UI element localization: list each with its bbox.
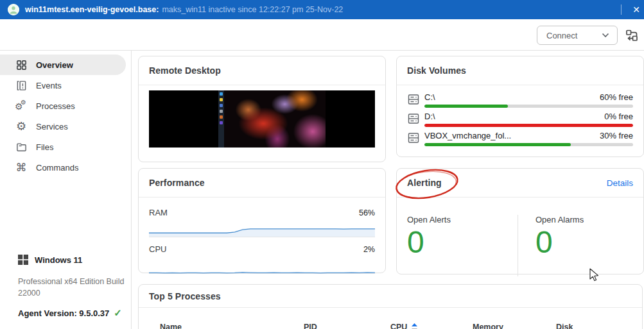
volume-free-label: 0% free bbox=[604, 112, 633, 121]
gear-icon: ⚙ bbox=[15, 120, 28, 133]
toolbar: Connect bbox=[0, 19, 644, 51]
sidebar-item-processes[interactable]: ⚙ ⚙ Processes bbox=[0, 96, 131, 116]
os-name: Windows 11 bbox=[35, 255, 82, 265]
volume-free-label: 30% free bbox=[600, 131, 633, 140]
agent-version: Agent Version: 9.5.0.37 bbox=[18, 308, 109, 318]
titlebar: win11mtest.een-veilig-gevoel.base: maks_… bbox=[0, 0, 644, 19]
check-icon: ✓ bbox=[114, 307, 122, 319]
disk-drive-icon bbox=[407, 93, 420, 106]
remote-takeover-icon[interactable] bbox=[624, 28, 640, 43]
card-title: Disk Volumes bbox=[407, 65, 466, 76]
volume-free-label: 60% free bbox=[600, 92, 633, 102]
desktop-screenshot bbox=[218, 90, 326, 148]
process-table-header: Name PID CPU Memory Disk bbox=[139, 323, 642, 329]
folder-icon bbox=[15, 140, 28, 153]
connect-label: Connect bbox=[546, 31, 602, 40]
card-title: Alerting bbox=[407, 178, 442, 188]
cpu-sparkline-chart bbox=[149, 258, 375, 274]
ram-value: 56% bbox=[359, 208, 375, 217]
sidebar-item-label: Processes bbox=[36, 101, 75, 111]
card-title: Remote Desktop bbox=[149, 65, 221, 76]
volume-usage-bar bbox=[424, 124, 633, 127]
device-avatar-icon bbox=[8, 4, 19, 15]
open-alerts-count: 0 bbox=[407, 227, 518, 258]
sidebar-item-files[interactable]: Files bbox=[0, 137, 131, 157]
close-icon[interactable]: ✕ bbox=[629, 3, 643, 17]
event-log-icon bbox=[15, 79, 28, 92]
remote-desktop-thumbnail[interactable] bbox=[149, 90, 375, 148]
disk-drive-icon bbox=[407, 131, 420, 144]
open-alerts-label: Open Alerts bbox=[407, 215, 518, 224]
sidebar-item-services[interactable]: ⚙ Services bbox=[0, 116, 131, 137]
volume-name: C:\ bbox=[424, 92, 600, 102]
open-alarms-label: Open Alarms bbox=[535, 215, 643, 224]
ram-sparkline-chart bbox=[149, 222, 375, 237]
volume-usage-bar bbox=[424, 105, 633, 108]
card-title: Performance bbox=[149, 178, 205, 188]
disk-volume-row: C:\ 60% free bbox=[407, 92, 633, 108]
sidebar-item-commands[interactable]: ⌘ Commands bbox=[0, 157, 131, 178]
disk-volumes-card: Disk Volumes C:\ 60% free bbox=[396, 56, 644, 157]
remote-desktop-card: Remote Desktop bbox=[138, 56, 386, 162]
ram-label: RAM bbox=[149, 208, 359, 217]
sidebar-item-label: Services bbox=[36, 122, 68, 131]
cpu-label: CPU bbox=[149, 244, 363, 254]
column-name[interactable]: Name bbox=[160, 323, 182, 329]
disk-volume-row: VBOX_vmchange_fol... 30% free bbox=[407, 131, 633, 146]
top-processes-card: Top 5 Processes Name PID CPU Memory Disk bbox=[138, 284, 643, 329]
alerting-details-link[interactable]: Details bbox=[607, 178, 633, 188]
sidebar-nav: Overview Events ⚙ ⚙ Proc bbox=[0, 51, 131, 178]
gears-icon: ⚙ ⚙ bbox=[15, 99, 28, 112]
column-cpu[interactable]: CPU bbox=[390, 323, 417, 329]
os-edition: Professional x64 Edition Build 22000 bbox=[0, 276, 131, 299]
alerting-card: Alerting Details Open Alerts 0 Open Alar… bbox=[396, 168, 644, 274]
column-memory[interactable]: Memory bbox=[473, 323, 503, 329]
device-summary-window: win11mtest.een-veilig-gevoel.base: maks_… bbox=[0, 0, 644, 329]
sidebar-item-label: Commands bbox=[36, 163, 78, 173]
column-disk[interactable]: Disk bbox=[556, 323, 573, 329]
open-alarms-count: 0 bbox=[535, 227, 643, 258]
sidebar-item-label: Overview bbox=[36, 60, 73, 70]
windows-logo-icon bbox=[18, 255, 28, 265]
grid-icon bbox=[15, 58, 28, 71]
titlebar-divider bbox=[621, 4, 622, 15]
card-title: Top 5 Processes bbox=[149, 291, 221, 301]
sidebar-item-label: Events bbox=[36, 81, 62, 90]
performance-card: Performance RAM 56% CPU 2% bbox=[138, 168, 386, 273]
cpu-value: 2% bbox=[363, 245, 375, 254]
sidebar-item-events[interactable]: Events bbox=[0, 75, 131, 96]
chevron-down-icon bbox=[602, 33, 609, 38]
sort-icon bbox=[412, 323, 417, 329]
device-name: win11mtest.een-veilig-gevoel.base: bbox=[25, 5, 159, 14]
volume-usage-bar bbox=[424, 143, 633, 146]
disk-drive-icon bbox=[407, 112, 420, 125]
thumbnail-taskbar bbox=[218, 90, 224, 148]
column-pid[interactable]: PID bbox=[304, 323, 317, 329]
sidebar: Overview Events ⚙ ⚙ Proc bbox=[0, 51, 132, 329]
sidebar-item-label: Files bbox=[36, 142, 53, 152]
sidebar-item-overview[interactable]: Overview bbox=[0, 55, 126, 75]
connect-dropdown[interactable]: Connect bbox=[537, 26, 618, 45]
device-status-text: maks_win11 inactive since 12:22:27 pm 25… bbox=[162, 5, 343, 14]
command-icon: ⌘ bbox=[15, 161, 28, 174]
os-info: Windows 11 Professional x64 Edition Buil… bbox=[0, 255, 131, 319]
disk-volume-row: D:\ 0% free bbox=[407, 112, 633, 127]
volume-name: D:\ bbox=[424, 112, 604, 121]
volume-name: VBOX_vmchange_fol... bbox=[424, 131, 600, 140]
